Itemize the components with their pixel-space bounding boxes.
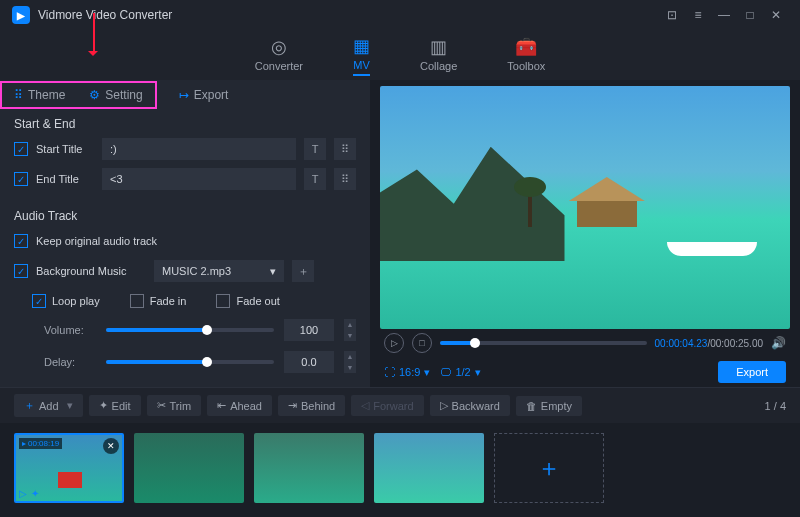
app-title: Vidmore Video Converter xyxy=(38,8,172,22)
forward-icon: ◁ xyxy=(361,399,369,412)
thumb-3[interactable] xyxy=(254,433,364,503)
export-button[interactable]: Export xyxy=(718,361,786,383)
preview-panel: ▷ □ 00:00:04.23/00:00:25.00 🔊 ⛶16:9▾ 🖵1/… xyxy=(370,80,800,387)
play-button[interactable]: ▷ xyxy=(384,333,404,353)
panel-tabs: ⠿ Theme ⚙ Setting ↦ Export xyxy=(0,80,370,109)
add-music-button[interactable]: ＋ xyxy=(292,260,314,282)
end-expand-button[interactable]: ⠿ xyxy=(334,168,356,190)
start-title-label: Start Title xyxy=(36,143,94,155)
highlighted-tabs: ⠿ Theme ⚙ Setting xyxy=(0,81,157,109)
progress-slider[interactable] xyxy=(440,341,647,345)
nav-converter[interactable]: ◎ Converter xyxy=(255,36,303,75)
ahead-button[interactable]: ⇤Ahead xyxy=(207,395,272,416)
loop-checkbox[interactable]: ✓ xyxy=(32,294,46,308)
nav-toolbox[interactable]: 🧰 Toolbox xyxy=(507,36,545,75)
keep-original-checkbox[interactable]: ✓ xyxy=(14,234,28,248)
tab-setting[interactable]: ⚙ Setting xyxy=(77,83,154,107)
theme-icon: ⠿ xyxy=(14,88,23,102)
app-logo: ▶ xyxy=(12,6,30,24)
thumb-duration: ▸ 00:08:19 xyxy=(19,438,62,449)
chevron-down-icon: ▾ xyxy=(270,265,276,278)
backward-button[interactable]: ▷Backward xyxy=(430,395,510,416)
nav-collage[interactable]: ▥ Collage xyxy=(420,36,457,75)
maximize-icon[interactable]: □ xyxy=(738,3,762,27)
feedback-icon[interactable]: ⊡ xyxy=(660,3,684,27)
volume-value[interactable]: 100 xyxy=(284,319,334,341)
bg-music-label: Background Music xyxy=(36,265,146,277)
start-title-checkbox[interactable]: ✓ xyxy=(14,142,28,156)
trim-icon: ✂ xyxy=(157,399,166,412)
end-title-label: End Title xyxy=(36,173,94,185)
chevron-down-icon: ▾ xyxy=(475,366,481,379)
end-title-checkbox[interactable]: ✓ xyxy=(14,172,28,186)
preview-controls: ⛶16:9▾ 🖵1/2▾ Export xyxy=(380,357,790,387)
empty-button[interactable]: 🗑Empty xyxy=(516,396,582,416)
toolbox-icon: 🧰 xyxy=(515,36,537,58)
end-title-input[interactable] xyxy=(102,168,296,190)
nav-mv[interactable]: ▦ MV xyxy=(353,35,370,76)
page-indicator: 1 / 4 xyxy=(765,400,786,412)
trim-button[interactable]: ✂Trim xyxy=(147,395,202,416)
bg-music-select[interactable]: MUSIC 2.mp3 ▾ xyxy=(154,260,284,282)
edit-button[interactable]: ✦Edit xyxy=(89,395,141,416)
loop-label: Loop play xyxy=(52,295,100,307)
playbar: ▷ □ 00:00:04.23/00:00:25.00 🔊 xyxy=(380,329,790,357)
volume-slider[interactable] xyxy=(106,328,274,332)
export-icon: ↦ xyxy=(179,88,189,102)
volume-label: Volume: xyxy=(44,324,96,336)
stop-button[interactable]: □ xyxy=(412,333,432,353)
bg-music-checkbox[interactable]: ✓ xyxy=(14,264,28,278)
thumb-edit-icon[interactable]: ✦ xyxy=(31,488,39,499)
behind-button[interactable]: ⇥Behind xyxy=(278,395,345,416)
aspect-icon: ⛶ xyxy=(384,366,395,378)
tab-theme[interactable]: ⠿ Theme xyxy=(2,83,77,107)
volume-up[interactable]: ▲ xyxy=(344,319,356,330)
thumb-2[interactable] xyxy=(134,433,244,503)
preview-image xyxy=(380,86,790,329)
fadeout-checkbox[interactable]: ✓ xyxy=(216,294,230,308)
start-title-input[interactable] xyxy=(102,138,296,160)
converter-icon: ◎ xyxy=(271,36,287,58)
forward-button[interactable]: ◁Forward xyxy=(351,395,423,416)
end-text-style-button[interactable]: T xyxy=(304,168,326,190)
mv-icon: ▦ xyxy=(353,35,370,57)
volume-down[interactable]: ▼ xyxy=(344,330,356,341)
thumb-play-icon[interactable]: ▷ xyxy=(19,488,27,499)
volume-icon[interactable]: 🔊 xyxy=(771,336,786,350)
setting-icon: ⚙ xyxy=(89,88,100,102)
thumb-4[interactable] xyxy=(374,433,484,503)
fadeout-label: Fade out xyxy=(236,295,279,307)
time-display: 00:00:04.23/00:00:25.00 xyxy=(655,338,763,349)
delay-slider[interactable] xyxy=(106,360,274,364)
edit-icon: ✦ xyxy=(99,399,108,412)
minimize-icon[interactable]: — xyxy=(712,3,736,27)
delay-label: Delay: xyxy=(44,356,96,368)
start-end-section: Start & End ✓ Start Title T ⠿ ✓ End Titl… xyxy=(0,109,370,201)
backward-icon: ▷ xyxy=(440,399,448,412)
settings-panel: ⠿ Theme ⚙ Setting ↦ Export Start & End ✓… xyxy=(0,80,370,387)
delay-value[interactable]: 0.0 xyxy=(284,351,334,373)
keep-original-label: Keep original audio track xyxy=(36,235,157,247)
chevron-down-icon: ▾ xyxy=(424,366,430,379)
thumb-1[interactable]: ▸ 00:08:19 ✕ ▷✦ xyxy=(14,433,124,503)
titlebar: ▶ Vidmore Video Converter ⊡ ≡ — □ ✕ xyxy=(0,0,800,30)
plus-icon: ＋ xyxy=(24,398,35,413)
close-icon[interactable]: ✕ xyxy=(764,3,788,27)
tab-export[interactable]: ↦ Export xyxy=(167,88,241,102)
delay-up[interactable]: ▲ xyxy=(344,351,356,362)
fadein-checkbox[interactable]: ✓ xyxy=(130,294,144,308)
thumb-remove-button[interactable]: ✕ xyxy=(103,438,119,454)
scale-select[interactable]: 🖵1/2▾ xyxy=(440,366,480,379)
start-expand-button[interactable]: ⠿ xyxy=(334,138,356,160)
start-text-style-button[interactable]: T xyxy=(304,138,326,160)
menu-icon[interactable]: ≡ xyxy=(686,3,710,27)
delay-down[interactable]: ▼ xyxy=(344,362,356,373)
ahead-icon: ⇤ xyxy=(217,399,226,412)
start-end-heading: Start & End xyxy=(14,117,356,131)
thumbnail-strip: ▸ 00:08:19 ✕ ▷✦ ＋ xyxy=(0,423,800,513)
fadein-label: Fade in xyxy=(150,295,187,307)
aspect-select[interactable]: ⛶16:9▾ xyxy=(384,366,430,379)
add-thumb-button[interactable]: ＋ xyxy=(494,433,604,503)
add-button[interactable]: ＋Add▾ xyxy=(14,394,83,417)
collage-icon: ▥ xyxy=(430,36,447,58)
